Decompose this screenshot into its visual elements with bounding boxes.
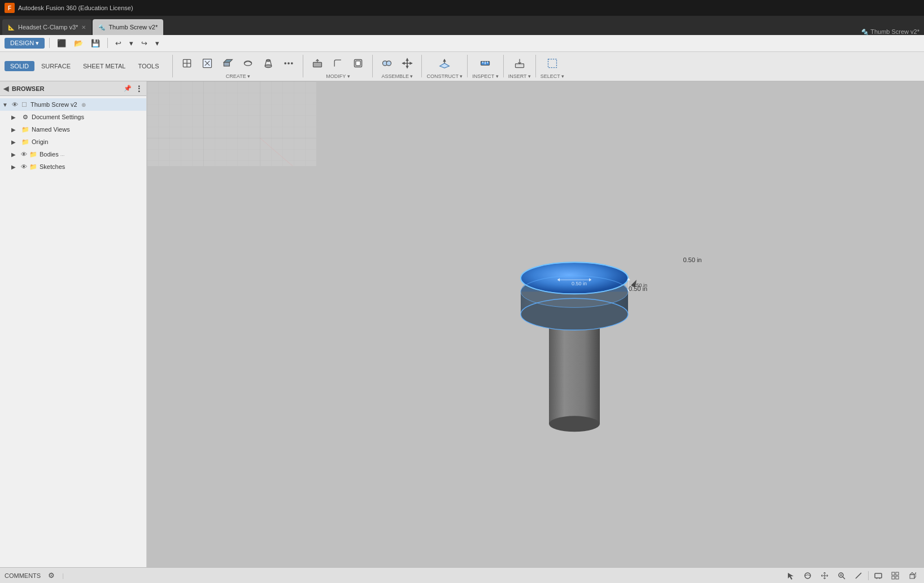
- tab-surface[interactable]: SURFACE: [36, 61, 76, 71]
- svg-rect-14: [313, 62, 322, 67]
- assemble-section: ASSEMBLE ▾: [377, 54, 417, 79]
- comments-settings-btn[interactable]: ⚙: [44, 569, 59, 582]
- bodies-visibility[interactable]: 👁: [21, 151, 27, 158]
- svg-rect-6: [224, 62, 230, 66]
- zoom-tool-btn[interactable]: [834, 569, 849, 582]
- tab-headset[interactable]: 📐 Headset C-Clamp v3* ✕: [2, 19, 91, 35]
- redo-dropdown[interactable]: ▾: [152, 38, 162, 49]
- sketch-btn[interactable]: [198, 54, 217, 73]
- new-file-btn[interactable]: ⬛: [54, 38, 69, 49]
- tree-doc-settings[interactable]: ▶ ⚙ Document Settings: [0, 111, 146, 123]
- svg-point-18: [387, 61, 391, 66]
- bodies-ellipsis: ...: [60, 151, 65, 157]
- svg-rect-31: [548, 59, 557, 67]
- viewport-grid: [147, 81, 316, 166]
- svg-rect-34: [147, 81, 316, 166]
- inspect-label: INSPECT ▾: [472, 73, 498, 79]
- shell-btn[interactable]: [348, 54, 368, 73]
- tab-sheet-metal[interactable]: SHEET METAL: [77, 61, 131, 71]
- new-component-btn[interactable]: [177, 54, 197, 73]
- viewport[interactable]: 0.50 in 0.50 in 0.50 in 0.50 in: [147, 81, 924, 567]
- svg-rect-16: [356, 61, 360, 66]
- display-settings-btn[interactable]: [871, 569, 886, 582]
- browser-pin-btn[interactable]: 📌: [124, 85, 132, 92]
- sketches-label: Sketches: [40, 163, 65, 170]
- root-label: Thumb Screw v2: [30, 101, 77, 108]
- open-file-btn[interactable]: 📂: [71, 38, 86, 49]
- measure-tool-btn[interactable]: [851, 569, 866, 582]
- browser-title: BROWSER: [12, 85, 44, 92]
- named-views-label: Named Views: [32, 126, 70, 133]
- named-views-icon: 📁: [21, 125, 30, 134]
- bodies-icon: 📁: [29, 150, 38, 159]
- tree-origin[interactable]: ▶ 📁 Origin: [0, 136, 146, 148]
- svg-marker-23: [440, 63, 450, 68]
- undo-btn[interactable]: ↩: [112, 38, 124, 49]
- app-icon: F: [5, 3, 15, 13]
- inspect-tools: [476, 54, 495, 73]
- select-btn[interactable]: [543, 54, 562, 73]
- joint-btn[interactable]: [377, 54, 396, 73]
- svg-point-9: [265, 64, 272, 67]
- create-label: CREATE ▾: [226, 73, 250, 79]
- insert-btn[interactable]: [510, 54, 529, 73]
- construct-label: CONSTRUCT ▾: [426, 73, 463, 79]
- more-btn[interactable]: [279, 54, 298, 73]
- cursor-tool-btn[interactable]: [783, 569, 798, 582]
- main-area: ◀ BROWSER 📌 ⋮ ▼ 👁 ☐ Thumb Screw v2 ⊕ ▶ ⚙…: [0, 81, 924, 567]
- doc-settings-label: Document Settings: [32, 114, 84, 120]
- divider-0: [172, 55, 173, 77]
- redo-btn[interactable]: ↪: [138, 38, 150, 49]
- svg-marker-7: [224, 59, 233, 62]
- tab-bar: 📐 Headset C-Clamp v3* ✕ 🔩 Thumb Screw v2…: [0, 16, 924, 35]
- root-chevron: ▼: [2, 102, 10, 108]
- browser-settings-btn[interactable]: ⋮: [135, 84, 143, 93]
- loft-btn[interactable]: [259, 54, 278, 73]
- tree-sketches[interactable]: ▶ 👁 📁 Sketches: [0, 160, 146, 173]
- tab-thumbscrew-icon: 🔩: [98, 24, 105, 31]
- menu-tabs: SOLID SURFACE SHEET METAL TOOLS: [5, 59, 164, 73]
- browser-collapse-btn[interactable]: ◀: [3, 85, 8, 93]
- orbit-tool-btn[interactable]: [800, 569, 815, 582]
- sketches-chevron: ▶: [11, 164, 19, 170]
- bodies-chevron: ▶: [11, 151, 19, 158]
- tab-thumbscrew[interactable]: 🔩 Thumb Screw v2*: [93, 19, 163, 35]
- root-visibility[interactable]: 👁: [12, 101, 18, 108]
- grid-settings-btn[interactable]: [888, 569, 903, 582]
- doc-settings-icon: ⚙: [21, 112, 30, 121]
- view-cube-btn[interactable]: [905, 569, 919, 582]
- tree-root[interactable]: ▼ 👁 ☐ Thumb Screw v2 ⊕: [0, 98, 146, 111]
- tab-bar-right: 🔩 Thumb Screw v2*: [861, 28, 919, 35]
- toolbar: DESIGN ▾ ⬛ 📂 💾 ↩ ▾ ↪ ▾ SOLID SURFACE SHE…: [0, 35, 924, 81]
- close-tab-headset[interactable]: ✕: [81, 24, 86, 31]
- tab-headset-icon: 📐: [8, 24, 15, 31]
- extrude-btn[interactable]: [218, 54, 237, 73]
- bottom-right-tools: [783, 569, 919, 582]
- move-btn[interactable]: [398, 54, 417, 73]
- workspace-button[interactable]: DESIGN ▾: [5, 38, 45, 49]
- toolbar-separator-1: [49, 38, 50, 48]
- sketches-visibility[interactable]: 👁: [21, 163, 27, 170]
- pan-tool-btn[interactable]: [817, 569, 832, 582]
- tab-solid[interactable]: SOLID: [5, 61, 34, 71]
- tree-bodies[interactable]: ▶ 👁 📁 Bodies ...: [0, 148, 146, 160]
- create-tools: [177, 54, 298, 73]
- save-btn[interactable]: 💾: [88, 38, 103, 49]
- undo-dropdown[interactable]: ▾: [127, 38, 136, 49]
- svg-point-40: [549, 416, 600, 432]
- press-pull-btn[interactable]: [308, 54, 327, 73]
- fillet-btn[interactable]: [328, 54, 347, 73]
- modify-section: MODIFY ▾: [308, 54, 368, 79]
- tab-tools[interactable]: TOOLS: [132, 61, 164, 71]
- tree-named-views[interactable]: ▶ 📁 Named Views: [0, 123, 146, 136]
- assemble-label: ASSEMBLE ▾: [381, 73, 413, 79]
- tab-thumbscrew-label: Thumb Screw v2*: [108, 24, 158, 31]
- revolve-btn[interactable]: [238, 54, 258, 73]
- root-icon: ☐: [20, 100, 29, 109]
- divider-6: [535, 55, 536, 77]
- comments-divider: |: [62, 572, 64, 579]
- plane-btn[interactable]: [435, 54, 454, 73]
- active-doc-icon: 🔩: [861, 29, 868, 35]
- svg-rect-66: [875, 573, 882, 578]
- measure-btn[interactable]: [476, 54, 495, 73]
